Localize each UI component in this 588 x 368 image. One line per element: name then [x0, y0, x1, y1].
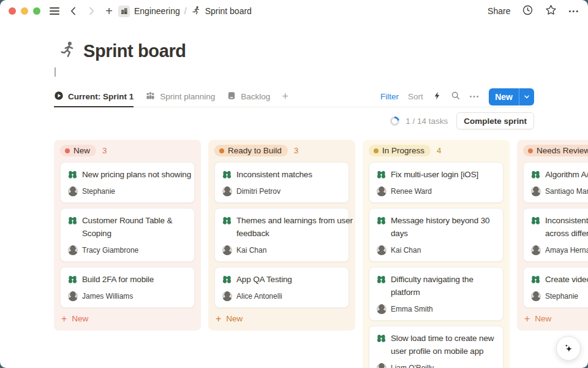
tab-label: Sprint planning [160, 92, 215, 101]
assignee-name: James Williams [82, 292, 133, 301]
board-column-ready-to-build: Ready to Build 3 Inconsistent matches Di… [208, 140, 355, 331]
column-name: Needs Review [537, 146, 588, 155]
lightning-icon[interactable] [432, 91, 442, 103]
column-name: Ready to Build [228, 146, 282, 155]
ai-assistant-button[interactable] [556, 336, 581, 361]
binoculars-icon [376, 333, 386, 343]
tasks-progress-label: 1 / 14 tasks [405, 117, 448, 126]
task-title: Build 2FA for mobile [82, 273, 154, 286]
binoculars-icon [376, 169, 386, 180]
star-icon[interactable] [545, 4, 557, 18]
share-button[interactable]: Share [488, 6, 510, 16]
page-title[interactable]: Sprint board [83, 41, 186, 61]
binoculars-icon [530, 215, 541, 226]
zoom-window-button[interactable] [33, 7, 40, 15]
binoculars-icon [67, 215, 78, 226]
column-count: 3 [294, 146, 299, 155]
assignee-name: Emma Smith [391, 305, 433, 313]
task-card[interactable]: Difficulty navigating the platform Emma … [369, 267, 503, 321]
new-task-label: New [489, 88, 519, 105]
view-tab-bar: Current: Sprint 1 Sprint planning Backlo… [54, 86, 534, 107]
task-title: App QA Testing [236, 273, 292, 286]
tab-label: Current: Sprint 1 [68, 92, 134, 101]
status-dot [374, 148, 379, 153]
task-card[interactable]: Inconsistent u across differe Amaya Hern… [523, 208, 588, 262]
task-title: Fix multi-user login [iOS] [391, 168, 478, 181]
chevron-down-icon[interactable] [519, 88, 534, 105]
task-card[interactable]: Customer Round Table & Scoping Tracy Gia… [60, 208, 195, 262]
more-icon[interactable]: ••• [568, 7, 579, 15]
add-card-button[interactable]: +New [54, 308, 201, 331]
tab-sprint-planning[interactable]: Sprint planning [145, 86, 215, 107]
breadcrumb: Engineering / Sprint board [118, 6, 252, 17]
minimize-window-button[interactable] [21, 7, 28, 15]
task-card[interactable]: New pricing plans not showing Stephanie [60, 162, 195, 203]
add-card-button[interactable]: +New [517, 308, 588, 331]
binoculars-icon [222, 215, 232, 226]
column-count: 4 [437, 146, 442, 155]
avatar [68, 245, 78, 255]
column-header[interactable]: New 3 [54, 140, 201, 161]
task-card[interactable]: Message history beyond 30 days Kai Chan [369, 208, 503, 262]
task-card[interactable]: Build 2FA for mobile James Williams [60, 267, 195, 308]
play-circle-icon [54, 91, 64, 102]
kanban-board: New 3 New pricing plans not showing Step… [54, 140, 588, 368]
breadcrumb-page[interactable]: Sprint board [205, 6, 252, 16]
page-icon-runner[interactable] [58, 40, 77, 61]
sort-button[interactable]: Sort [408, 92, 423, 101]
assignee-name: Stephanie [545, 292, 578, 301]
task-card[interactable]: App QA Testing Alice Antonelli [214, 267, 349, 308]
binoculars-icon [530, 169, 541, 180]
board-column-new: New 3 New pricing plans not showing Step… [54, 140, 201, 331]
column-header[interactable]: Needs Review [517, 140, 588, 161]
more-icon[interactable]: ••• [470, 93, 480, 100]
task-title: Difficulty navigating the platform [391, 273, 473, 299]
new-task-button[interactable]: New [489, 88, 534, 105]
assignee-name: Amaya Hernande [545, 246, 588, 255]
task-card[interactable]: Create video g Stephanie [523, 267, 588, 308]
assignee-name: Liam O'Reilly [391, 364, 434, 368]
hamburger-icon[interactable] [50, 7, 59, 15]
task-card[interactable]: Themes and learnings from user feedback … [214, 208, 349, 262]
back-chevron-icon[interactable] [67, 5, 80, 17]
filter-button[interactable]: Filter [380, 92, 399, 101]
column-header[interactable]: Ready to Build 3 [208, 140, 355, 161]
traffic-lights [9, 7, 40, 15]
board-column-needs-review: Needs Review Algorithm A/B Santiago Mart… [517, 140, 588, 331]
assignee-name: Tracy Giambrone [82, 246, 138, 255]
task-card[interactable]: Slow load time to create new user profil… [369, 326, 503, 368]
avatar [68, 291, 78, 301]
assignee-name: Stephanie [82, 187, 115, 196]
forward-chevron-icon[interactable] [85, 5, 97, 17]
add-page-icon[interactable]: + [103, 5, 115, 17]
avatar [377, 245, 386, 255]
board-column-in-progress: In Progress 4 Fix multi-user login [iOS]… [363, 140, 510, 368]
avatar [222, 291, 232, 301]
text-caret [55, 67, 56, 77]
assignee-name: Dimitri Petrov [236, 187, 281, 196]
tab-backlog[interactable]: Backlog [227, 86, 270, 107]
task-title: Inconsistent u across differe [545, 214, 588, 240]
clock-icon[interactable] [522, 4, 533, 18]
binoculars-icon [222, 274, 232, 285]
tab-current-sprint[interactable]: Current: Sprint 1 [54, 86, 134, 107]
add-card-button[interactable]: +New [208, 308, 355, 331]
sparkle-icon [562, 342, 575, 355]
avatar [68, 186, 78, 196]
column-header[interactable]: In Progress 4 [363, 140, 510, 161]
task-title: Inconsistent matches [236, 168, 312, 181]
task-card[interactable]: Inconsistent matches Dimitri Petrov [214, 162, 349, 203]
task-title: Themes and learnings from user feedback [236, 214, 353, 240]
add-view-button[interactable]: + [282, 86, 288, 107]
sprint-status-bar: 1 / 14 tasks Complete sprint [54, 112, 534, 129]
column-count: 3 [102, 146, 107, 155]
task-card[interactable]: Algorithm A/B Santiago Martine [523, 162, 588, 203]
complete-sprint-button[interactable]: Complete sprint [456, 112, 534, 129]
binoculars-icon [67, 274, 78, 285]
avatar [531, 245, 541, 255]
task-card[interactable]: Fix multi-user login [iOS] Renee Ward [369, 162, 503, 203]
breadcrumb-workspace[interactable]: Engineering [134, 6, 180, 16]
avatar [222, 186, 232, 196]
close-window-button[interactable] [9, 7, 16, 15]
search-icon[interactable] [451, 91, 461, 103]
